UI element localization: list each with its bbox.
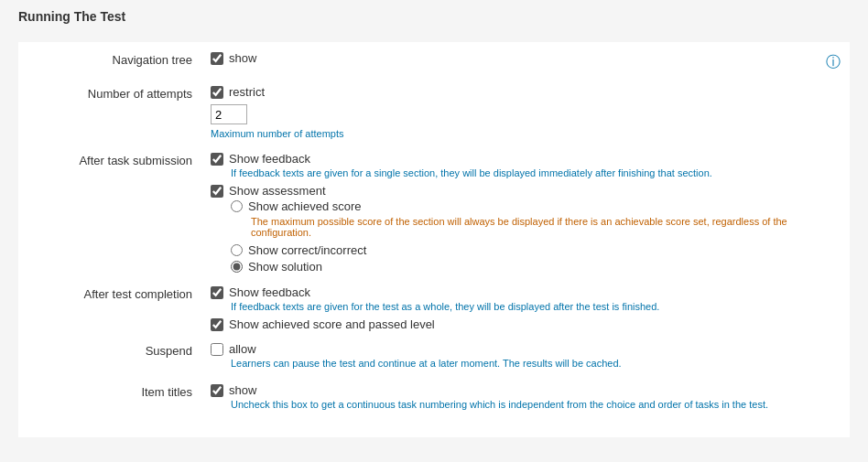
page-title: Running The Test	[18, 9, 850, 24]
navigation-tree-label: Navigation tree	[27, 51, 211, 67]
navigation-tree-checkbox-label: show	[229, 51, 256, 65]
task-show-solution-label: Show solution	[248, 260, 322, 274]
task-show-feedback-checkbox[interactable]	[211, 153, 223, 166]
number-of-attempts-checkbox[interactable]	[211, 86, 223, 99]
navigation-tree-content: show	[211, 51, 826, 67]
task-show-assessment-checkbox[interactable]	[211, 185, 223, 198]
test-show-feedback-label: Show feedback	[229, 285, 310, 299]
item-titles-checkbox-label: show	[229, 383, 256, 397]
item-titles-checkbox[interactable]	[211, 384, 223, 397]
after-test-completion-row: After test completion Show feedback If f…	[18, 285, 850, 333]
after-test-completion-content: Show feedback If feedback texts are give…	[211, 285, 841, 333]
item-titles-label: Item titles	[27, 383, 211, 399]
help-icon[interactable]: ⓘ	[826, 51, 841, 72]
navigation-tree-checkbox[interactable]	[211, 52, 223, 65]
task-show-achieved-score-radio[interactable]	[231, 200, 243, 212]
number-of-attempts-row: Number of attempts restrict Maximum numb…	[18, 85, 850, 139]
item-titles-hint: Uncheck this box to get a continuous tas…	[231, 399, 841, 410]
item-titles-row: Item titles show Uncheck this box to get…	[18, 383, 850, 415]
number-of-attempts-label: Number of attempts	[27, 85, 211, 101]
after-test-completion-label: After test completion	[27, 285, 211, 301]
after-task-submission-content: Show feedback If feedback texts are give…	[211, 152, 841, 276]
test-show-feedback-hint: If feedback texts are given for the test…	[231, 301, 841, 312]
number-of-attempts-content: restrict Maximum number of attempts	[211, 85, 841, 139]
number-of-attempts-input[interactable]	[211, 104, 247, 124]
suspend-content: allow Learners can pause the test and co…	[211, 342, 841, 374]
suspend-checkbox-label: allow	[229, 342, 256, 356]
number-of-attempts-checkbox-label: restrict	[229, 85, 265, 99]
after-task-submission-label: After task submission	[27, 152, 211, 167]
navigation-tree-row: Navigation tree show ⓘ	[18, 51, 850, 72]
suspend-label: Suspend	[27, 342, 211, 358]
test-show-feedback-checkbox[interactable]	[211, 286, 223, 299]
test-show-achieved-score-checkbox[interactable]	[211, 318, 223, 331]
task-show-assessment-label: Show assessment	[229, 184, 326, 198]
item-titles-content: show Uncheck this box to get a continuou…	[211, 383, 841, 415]
task-show-achieved-score-hint: The maximum possible score of the sectio…	[251, 216, 841, 238]
task-show-solution-radio[interactable]	[231, 261, 243, 273]
task-show-achieved-score-label: Show achieved score	[248, 199, 362, 213]
suspend-row: Suspend allow Learners can pause the tes…	[18, 342, 850, 374]
task-show-feedback-label: Show feedback	[229, 152, 310, 166]
task-show-correct-incorrect-radio[interactable]	[231, 244, 243, 256]
after-task-submission-row: After task submission Show feedback If f…	[18, 152, 850, 276]
test-show-achieved-score-label: Show achieved score and passed level	[229, 317, 435, 331]
max-attempts-link[interactable]: Maximum number of attempts	[211, 128, 841, 139]
suspend-hint: Learners can pause the test and continue…	[231, 358, 841, 369]
task-show-feedback-hint: If feedback texts are given for a single…	[231, 167, 841, 178]
task-show-correct-incorrect-label: Show correct/incorrect	[248, 243, 366, 257]
suspend-checkbox[interactable]	[211, 343, 223, 356]
